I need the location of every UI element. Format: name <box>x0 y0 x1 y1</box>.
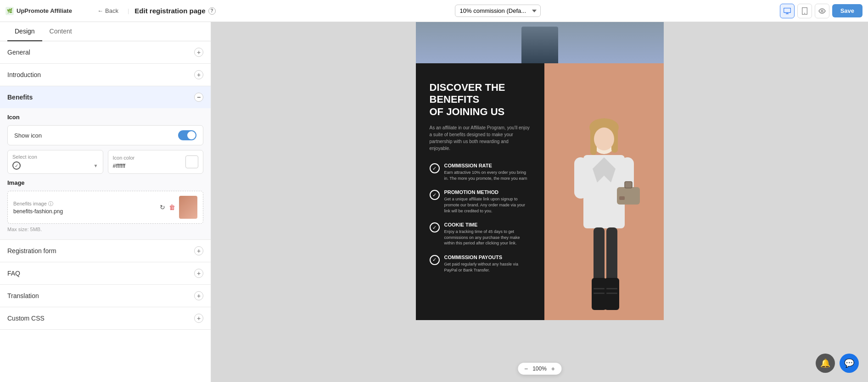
expand-translation-icon: + <box>194 291 203 300</box>
benefit-item-2: ✓ COOKIE TIME Enjoy a tracking time of 4… <box>430 222 531 246</box>
topbar: 🌿 UpPromote Affiliate ← Back | Edit regi… <box>0 0 868 22</box>
expand-introduction-icon: + <box>194 70 203 79</box>
show-icon-label: Show icon <box>14 132 42 139</box>
sidebar-tabs: Design Content <box>0 22 211 41</box>
info-icon: ⓘ <box>48 201 53 206</box>
icon-color-label: Icon color <box>113 155 182 161</box>
notification-button[interactable]: 🔔 <box>816 354 835 373</box>
chat-button[interactable]: 💬 <box>840 354 859 373</box>
zoom-in-button[interactable]: + <box>550 365 556 372</box>
image-upload-info: Benefits image ⓘ benefits-fashion.png <box>13 200 156 215</box>
float-buttons: 🔔 💬 <box>816 354 859 373</box>
image-section: Image Benefits image ⓘ benefits-fashion.… <box>7 179 203 232</box>
show-icon-row: Show icon <box>7 125 203 145</box>
benefit-check-3: ✓ <box>430 255 440 265</box>
benefits-image-label: Benefits image ⓘ <box>13 200 156 207</box>
expand-general-icon: + <box>194 48 203 57</box>
preview-heading: DISCOVER THE BENEFITS OF JOINING US <box>430 82 531 118</box>
section-introduction: Introduction + <box>0 64 211 86</box>
preview-button[interactable] <box>815 4 829 18</box>
accordion-header-custom-css[interactable]: Custom CSS + <box>0 307 211 329</box>
preview-right-panel <box>544 63 664 320</box>
accordion-header-benefits[interactable]: Benefits − <box>0 86 211 108</box>
expand-custom-css-icon: + <box>194 314 203 323</box>
accordion-header-general[interactable]: General + <box>0 41 211 63</box>
selected-icon-preview: ✓ <box>12 161 21 170</box>
preview-left-panel: DISCOVER THE BENEFITS OF JOINING US As a… <box>416 63 544 320</box>
svg-rect-23 <box>594 288 605 289</box>
section-translation: Translation + <box>0 285 211 307</box>
tab-design[interactable]: Design <box>7 22 42 41</box>
svg-rect-15 <box>574 157 587 199</box>
svg-rect-18 <box>625 182 632 188</box>
zoom-level: 100% <box>532 365 547 372</box>
zoom-out-button[interactable]: − <box>523 365 529 372</box>
help-icon[interactable]: ? <box>208 7 216 15</box>
section-benefits: Benefits − Icon Show icon Select icon ✓ <box>0 86 211 240</box>
benefit-text-1: PROMOTION METHOD Get a unique affiliate … <box>444 189 531 214</box>
benefit-item-1: ✓ PROMOTION METHOD Get a unique affiliat… <box>430 189 531 214</box>
image-preview-inner <box>179 196 197 219</box>
show-icon-toggle[interactable] <box>178 130 196 140</box>
svg-rect-0 <box>784 8 790 12</box>
icon-color-value: #ffffff <box>113 162 182 169</box>
svg-point-11 <box>594 127 614 150</box>
benefit-text-0: COMMISSION RATE Earn attractive 10% on e… <box>444 163 531 181</box>
accordion-header-translation[interactable]: Translation + <box>0 285 211 307</box>
app-name: UpPromote Affiliate <box>17 7 72 14</box>
expand-registration-icon: + <box>194 246 203 255</box>
preview-top-strip <box>416 22 664 63</box>
main-layout: Design Content General + Introduction + … <box>0 22 868 382</box>
select-icon-label: Select icon <box>12 154 98 160</box>
preview-top-person <box>521 27 558 63</box>
expand-faq-icon: + <box>194 269 203 278</box>
svg-rect-27 <box>619 196 625 200</box>
canvas-frame: DISCOVER THE BENEFITS OF JOINING US As a… <box>416 22 664 320</box>
section-custom-css: Custom CSS + <box>0 307 211 330</box>
color-swatch[interactable] <box>185 155 198 168</box>
select-icon-inner[interactable]: ✓ ▼ <box>12 161 98 170</box>
select-icon-box: Select icon ✓ ▼ <box>7 150 103 174</box>
tab-content[interactable]: Content <box>42 22 79 41</box>
toolbar-center: 10% commission (Defa... <box>221 5 774 17</box>
canvas-area: DISCOVER THE BENEFITS OF JOINING US As a… <box>211 22 868 382</box>
replace-image-icon[interactable]: ↻ <box>160 204 165 211</box>
collapse-benefits-icon: − <box>194 93 203 102</box>
accordion-header-introduction[interactable]: Introduction + <box>0 64 211 86</box>
image-section-label: Image <box>7 179 203 186</box>
zoom-bar: − 100% + <box>518 363 561 375</box>
mobile-view-button[interactable] <box>797 4 812 18</box>
image-upload-area: Benefits image ⓘ benefits-fashion.png ↻ … <box>7 191 203 224</box>
preview-right-image <box>544 63 664 320</box>
benefit-check-2: ✓ <box>430 222 440 233</box>
icon-options-row: Select icon ✓ ▼ Icon color #ffffff <box>7 150 203 174</box>
app-logo: 🌿 UpPromote Affiliate <box>6 7 88 15</box>
delete-image-icon[interactable]: 🗑 <box>169 204 175 211</box>
benefit-check-1: ✓ <box>430 190 440 200</box>
back-button[interactable]: ← Back <box>94 6 122 16</box>
save-button[interactable]: Save <box>832 4 862 17</box>
benefit-item-3: ✓ COMMISSION PAYOUTS Get paid regularly … <box>430 255 531 273</box>
section-general: General + <box>0 41 211 64</box>
benefit-item-0: ✓ COMMISSION RATE Earn attractive 10% on… <box>430 163 531 181</box>
logo-icon: 🌿 <box>6 7 14 15</box>
svg-point-5 <box>821 10 823 12</box>
accordion-header-faq[interactable]: FAQ + <box>0 262 211 284</box>
commission-select[interactable]: 10% commission (Defa... <box>455 5 541 17</box>
icon-color-box[interactable]: Icon color #ffffff <box>108 150 204 174</box>
section-registration-form: Registration form + <box>0 240 211 262</box>
image-filename: benefits-fashion.png <box>13 208 156 215</box>
preview-subtext: As an affiliate in our Affiliate Program… <box>430 124 531 152</box>
max-size-note: Max size: 5MB. <box>7 227 203 232</box>
icon-section-label: Icon <box>7 114 203 121</box>
back-arrow-icon: ← <box>97 7 103 14</box>
image-preview <box>179 196 197 219</box>
svg-rect-17 <box>617 187 640 205</box>
sidebar: Design Content General + Introduction + … <box>0 22 211 382</box>
accordion-header-registration-form[interactable]: Registration form + <box>0 240 211 262</box>
svg-point-4 <box>804 13 805 14</box>
toolbar-right: Save <box>780 4 862 18</box>
image-upload-actions: ↻ 🗑 <box>160 204 175 211</box>
icon-color-left: Icon color #ffffff <box>113 155 182 169</box>
desktop-view-button[interactable] <box>780 4 795 18</box>
